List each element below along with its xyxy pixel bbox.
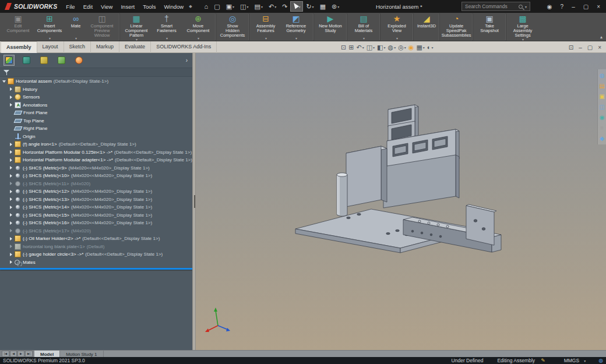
print-icon[interactable]: ▤ ▾ bbox=[252, 1, 266, 12]
tree-filter-bar[interactable] bbox=[0, 68, 192, 77]
update-speedpak-button[interactable]: ◔ Update SpeedPak Subassemblies ▾ bbox=[439, 13, 471, 41]
view-orientation-icon[interactable]: ◧ ▾ bbox=[376, 44, 386, 51]
expand-arrow-icon[interactable] bbox=[1, 80, 7, 83]
tab-layout[interactable]: Layout bbox=[37, 41, 64, 53]
expand-arrow-icon[interactable] bbox=[8, 221, 14, 225]
expand-arrow-icon[interactable] bbox=[8, 87, 14, 91]
tree-item-front-plane[interactable]: Front Plane bbox=[0, 109, 192, 117]
tab-sketch[interactable]: Sketch bbox=[64, 41, 91, 53]
tree-item-shcs-16[interactable]: (-) SHCS (Metric)<16> (M4x020<<M4x020>_D… bbox=[0, 219, 192, 227]
tree-item-history[interactable]: History bbox=[0, 86, 192, 94]
tree-item-angle-iron[interactable]: (f) angle iron<1> (Default<<Default>_Dis… bbox=[0, 140, 192, 149]
select-cursor-icon[interactable]: ▾ bbox=[290, 1, 303, 12]
tree-item-shcs-9[interactable]: (-) SHCS (Metric)<9> (M4x020<<M4x020>_Di… bbox=[0, 164, 192, 172]
expand-arrow-icon[interactable] bbox=[8, 260, 14, 264]
featuremanager-tab-icon[interactable] bbox=[3, 55, 15, 66]
large-assembly-settings-button[interactable]: ▩ Large Assembly Settings ▾ bbox=[506, 13, 537, 41]
units-selector[interactable]: MMGS bbox=[564, 358, 579, 363]
tree-item-platform-modular[interactable]: Horizontal Platform Modular 0.125in<1> -… bbox=[0, 149, 192, 157]
restore-doc-icon[interactable]: ▢ bbox=[587, 44, 593, 51]
configurationmanager-tab-icon[interactable] bbox=[38, 55, 50, 66]
minimize-icon[interactable]: – bbox=[568, 2, 579, 11]
expand-arrow-icon[interactable] bbox=[8, 174, 14, 178]
instant3d-button[interactable]: ◢ Instant3D ▾ bbox=[413, 13, 438, 41]
expand-arrow-icon[interactable] bbox=[8, 237, 14, 241]
tree-item-oil-marker-holder[interactable]: (-) Oil Marker Holder<2> ->* (Default<<D… bbox=[0, 235, 192, 243]
rebuild-icon[interactable]: ↻ ▾ bbox=[303, 1, 316, 12]
globe-icon[interactable]: ◍ bbox=[598, 358, 603, 363]
menu-insert[interactable]: Insert bbox=[117, 2, 139, 12]
tab-scroll-first[interactable]: |◀ bbox=[2, 351, 9, 357]
tree-item-shcs-12[interactable]: (-) SHCS (Metric)<12> (M4x020<<M4x020>_D… bbox=[0, 188, 192, 196]
model-bracket[interactable] bbox=[346, 146, 387, 207]
expand-arrow-icon[interactable] bbox=[8, 103, 14, 107]
tree-item-mates[interactable]: Mates bbox=[0, 259, 192, 267]
tree-item-shcs-14[interactable]: (-) SHCS (Metric)<14> (M4x020<<M4x020>_D… bbox=[0, 203, 192, 211]
tab-evaluate[interactable]: Evaluate bbox=[119, 41, 151, 53]
tree-item-shcs-10[interactable]: (-) SHCS (Metric)<10> (M4x020<<M4x020>_D… bbox=[0, 172, 192, 180]
expand-arrow-icon[interactable] bbox=[8, 143, 14, 146]
tab-assembly[interactable]: Assembly bbox=[1, 41, 37, 53]
rollback-bar[interactable] bbox=[0, 268, 192, 270]
expand-arrow-icon[interactable] bbox=[8, 150, 14, 154]
undo-icon[interactable]: ↶ ▾ bbox=[266, 1, 279, 12]
open-icon[interactable]: ▣ ▾ bbox=[223, 1, 237, 12]
tree-item-origin[interactable]: Origin bbox=[0, 133, 192, 141]
close-icon[interactable]: × bbox=[593, 2, 604, 11]
new-motion-study-button[interactable]: ▶ New Motion Study ▾ bbox=[313, 13, 345, 41]
motion-study-tab[interactable]: Motion Study 1 bbox=[60, 351, 103, 357]
save-icon[interactable]: ◫ ▾ bbox=[237, 1, 251, 12]
close-doc-icon[interactable]: × bbox=[598, 44, 601, 51]
display-style-icon[interactable]: ◍ ▾ bbox=[387, 44, 397, 51]
tab-markup[interactable]: Markup bbox=[91, 41, 119, 53]
tree-item-platform-adapter[interactable]: Horizontal Platform Modular adapter<1> -… bbox=[0, 156, 192, 164]
new-document-icon[interactable]: ▢ ▾ bbox=[211, 1, 223, 12]
dimxpertmanager-tab-icon[interactable] bbox=[56, 55, 67, 66]
take-snapshot-button[interactable]: ▣ Take Snapshot ▾ bbox=[473, 13, 504, 41]
expand-arrow-icon[interactable] bbox=[8, 253, 14, 256]
model-cylinder-pin[interactable] bbox=[337, 173, 347, 216]
expand-arrow-icon[interactable] bbox=[8, 229, 14, 232]
insert-components-button[interactable]: ⊞ Insert Components ▾ bbox=[34, 13, 65, 41]
mate-button[interactable]: ∞ Mate ▾ bbox=[65, 13, 86, 41]
ribbon-collapse-icon[interactable]: ▴ bbox=[600, 34, 603, 40]
tab-scroll-prev[interactable]: ◀ bbox=[10, 351, 17, 357]
hide-show-items-icon[interactable]: ◎ ▾ bbox=[397, 44, 407, 51]
tree-item-sensors[interactable]: Sensors bbox=[0, 93, 192, 101]
bill-of-materials-button[interactable]: ▤ Bill of Materials ▾ bbox=[347, 13, 378, 41]
menu-file[interactable]: File bbox=[62, 2, 79, 12]
expand-arrow-icon[interactable] bbox=[8, 206, 14, 209]
linear-component-pattern-button[interactable]: ▦ Linear Component Pattern ▾ bbox=[119, 13, 151, 41]
tab-scroll-last[interactable]: ▶| bbox=[25, 351, 33, 357]
propertymanager-tab-icon[interactable] bbox=[21, 55, 32, 66]
tab-solidworks-add-ins[interactable]: SOLIDWORKS Add-Ins bbox=[151, 41, 217, 53]
tree-item-right-plane[interactable]: Right Plane bbox=[0, 125, 192, 133]
tree-item-long-blank-plate[interactable]: horizontal long blank plate<1> (Default) bbox=[0, 243, 192, 251]
zoom-fit-icon[interactable]: ⊡ ▾ bbox=[340, 44, 347, 51]
panel-flyout-chevron-icon[interactable]: › bbox=[185, 57, 189, 63]
previous-view-icon[interactable]: ↶ ▾ bbox=[355, 44, 364, 51]
graphics-area[interactable]: ◍ ▤ ▣ ◫ ◉ ≡ ◆ bbox=[196, 53, 606, 350]
menu-tools[interactable]: Tools bbox=[139, 2, 160, 12]
file-properties-icon[interactable]: ▦ ▾ bbox=[317, 1, 329, 12]
appearances-icon[interactable]: ◉ bbox=[600, 114, 605, 121]
tree-item-root[interactable]: Horizontal assem (Default<Display State-… bbox=[0, 77, 192, 86]
design-library-icon[interactable]: ▤ bbox=[599, 83, 604, 89]
menu-edit[interactable]: Edit bbox=[79, 2, 97, 12]
menu-view[interactable]: View bbox=[97, 2, 117, 12]
tree-item-shcs-17[interactable]: (-) SHCS (Metric)<17> (M4x020) bbox=[0, 227, 192, 235]
tree-item-shcs-11[interactable]: (-) SHCS (Metric)<11> (M4x020) bbox=[0, 180, 192, 188]
expand-arrow-icon[interactable] bbox=[8, 245, 14, 248]
smart-fasteners-button[interactable]: † Smart Fasteners ▾ bbox=[151, 13, 182, 41]
new-window-icon[interactable]: ⊡ bbox=[569, 44, 573, 51]
expand-arrow-icon[interactable] bbox=[8, 213, 14, 217]
file-explorer-icon[interactable]: ▣ bbox=[599, 93, 604, 100]
edit-component-button[interactable]: ▣ Edit Component ▾ bbox=[2, 13, 34, 41]
apply-scene-icon[interactable]: ▦ ▾ bbox=[415, 44, 425, 51]
redo-icon[interactable]: ↷ ▾ bbox=[279, 1, 290, 12]
tree-item-shcs-13[interactable]: (-) SHCS (Metric)<13> (M4x020<<M4x020>_D… bbox=[0, 196, 192, 204]
expand-arrow-icon[interactable] bbox=[8, 166, 14, 169]
expand-arrow-icon[interactable] bbox=[8, 96, 14, 99]
exploded-view-button[interactable]: ★ Exploded View ▾ bbox=[380, 13, 411, 41]
reference-geometry-button[interactable]: ◩ Reference Geometry ▾ bbox=[280, 13, 312, 41]
